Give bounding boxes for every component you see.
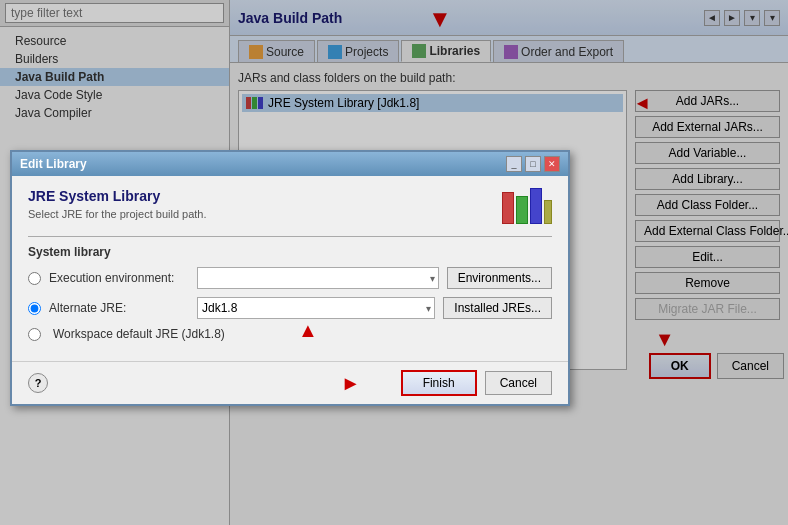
modal-title-bar: Edit Library _ □ ✕ [12,152,568,176]
workspace-default-row: Workspace default JRE (Jdk1.8) [28,327,552,341]
exec-env-dropdown-wrapper: ▾ [197,267,439,289]
help-button[interactable]: ? [28,373,48,393]
edit-library-modal: Edit Library _ □ ✕ JRE System Library Se… [10,150,570,406]
alt-jre-dropdown-wrapper: Jdk1.8 ▾ [197,297,435,319]
environments-button[interactable]: Environments... [447,267,552,289]
alt-jre-label: Alternate JRE: [49,301,189,315]
modal-maximize-button[interactable]: □ [525,156,541,172]
alternate-jre-row: Alternate JRE: Jdk1.8 ▾ Installed JREs..… [28,297,552,319]
modal-controls: _ □ ✕ [506,156,560,172]
installed-jres-button[interactable]: Installed JREs... [443,297,552,319]
cancel-button[interactable]: Cancel [485,371,552,395]
finish-button[interactable]: Finish [401,370,477,396]
exec-env-dropdown[interactable] [197,267,439,289]
modal-action-buttons: ► Finish Cancel [401,370,552,396]
modal-footer: ? ► Finish Cancel [12,361,568,404]
modal-header-title: JRE System Library [28,188,207,204]
workspace-default-radio[interactable] [28,328,41,341]
modal-header-subtitle: Select JRE for the project build path. [28,208,207,220]
alt-jre-radio[interactable] [28,302,41,315]
workspace-default-label: Workspace default JRE (Jdk1.8) [53,327,225,341]
exec-env-label: Execution environment: [49,271,189,285]
books-icon [502,188,552,224]
modal-title: Edit Library [20,157,87,171]
divider [28,236,552,237]
modal-header-text: JRE System Library Select JRE for the pr… [28,188,207,220]
modal-body: JRE System Library Select JRE for the pr… [12,176,568,361]
arrow-right-finish: ► [341,372,361,395]
exec-env-radio[interactable] [28,272,41,285]
alt-jre-dropdown[interactable]: Jdk1.8 [197,297,435,319]
modal-close-button[interactable]: ✕ [544,156,560,172]
system-library-label: System library [28,245,552,259]
modal-minimize-button[interactable]: _ [506,156,522,172]
modal-header: JRE System Library Select JRE for the pr… [28,188,552,224]
execution-env-row: Execution environment: ▾ Environments... [28,267,552,289]
